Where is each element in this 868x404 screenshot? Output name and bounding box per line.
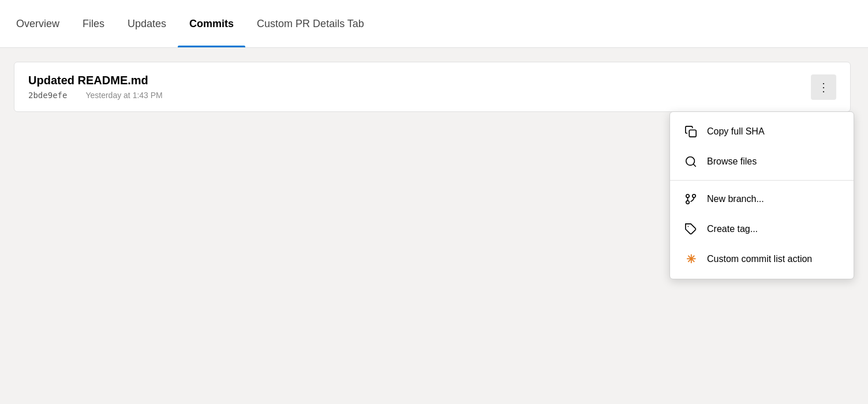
menu-item-custom-action[interactable]: ✳ Custom commit list action — [670, 244, 854, 274]
main-content: Updated README.md 2bde9efe Yesterday at … — [0, 48, 868, 404]
new-branch-label: New branch... — [707, 194, 764, 204]
svg-point-3 — [686, 194, 690, 198]
create-tag-label: Create tag... — [707, 224, 758, 234]
copy-icon — [684, 125, 698, 139]
svg-line-2 — [693, 164, 695, 166]
tab-bar: Overview Files Updates Commits Custom PR… — [0, 0, 868, 48]
custom-action-label: Custom commit list action — [707, 254, 812, 264]
commit-info: Updated README.md 2bde9efe Yesterday at … — [28, 74, 163, 100]
branch-icon — [684, 192, 698, 206]
tag-icon — [684, 222, 698, 236]
commit-card: Updated README.md 2bde9efe Yesterday at … — [14, 62, 851, 112]
more-icon: ⋮ — [818, 80, 829, 94]
more-options-button[interactable]: ⋮ — [811, 74, 836, 100]
search-icon — [684, 155, 698, 169]
tab-files[interactable]: Files — [71, 0, 116, 47]
tab-updates[interactable]: Updates — [116, 0, 178, 47]
menu-item-copy-sha[interactable]: Copy full SHA — [670, 117, 854, 147]
tab-overview[interactable]: Overview — [14, 0, 71, 47]
menu-divider — [670, 180, 854, 181]
menu-item-new-branch[interactable]: New branch... — [670, 184, 854, 214]
browse-files-label: Browse files — [707, 156, 757, 167]
tab-custom-pr[interactable]: Custom PR Details Tab — [245, 0, 376, 47]
commit-sha: 2bde9efe — [28, 91, 67, 100]
svg-point-5 — [686, 201, 690, 204]
commit-timestamp: Yesterday at 1:43 PM — [85, 91, 162, 100]
commit-meta: 2bde9efe Yesterday at 1:43 PM — [28, 91, 163, 100]
asterisk-icon: ✳ — [684, 252, 698, 266]
copy-sha-label: Copy full SHA — [707, 126, 765, 137]
svg-point-4 — [693, 194, 696, 198]
menu-item-create-tag[interactable]: Create tag... — [670, 214, 854, 244]
tab-commits[interactable]: Commits — [178, 0, 245, 47]
menu-item-browse-files[interactable]: Browse files — [670, 147, 854, 177]
commit-title: Updated README.md — [28, 74, 163, 87]
context-menu: Copy full SHA Browse files — [669, 111, 854, 279]
svg-rect-0 — [689, 130, 696, 137]
